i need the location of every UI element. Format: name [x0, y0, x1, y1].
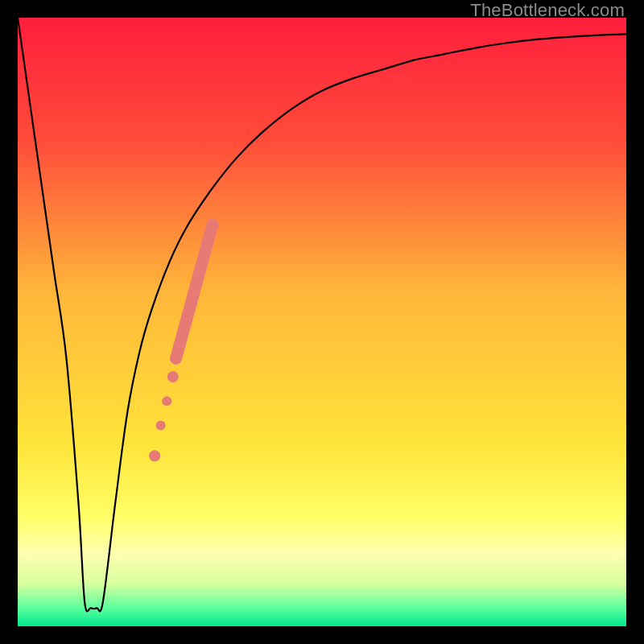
- plot-area: [18, 18, 626, 626]
- gradient-background: [18, 18, 626, 626]
- watermark-text: TheBottleneck.com: [470, 0, 625, 21]
- chart-svg: [18, 18, 626, 626]
- chart-frame: TheBottleneck.com: [0, 0, 644, 644]
- highlight-dot: [162, 396, 171, 406]
- highlight-dot: [156, 421, 166, 431]
- highlight-dot: [167, 371, 179, 382]
- highlight-dot: [149, 450, 160, 461]
